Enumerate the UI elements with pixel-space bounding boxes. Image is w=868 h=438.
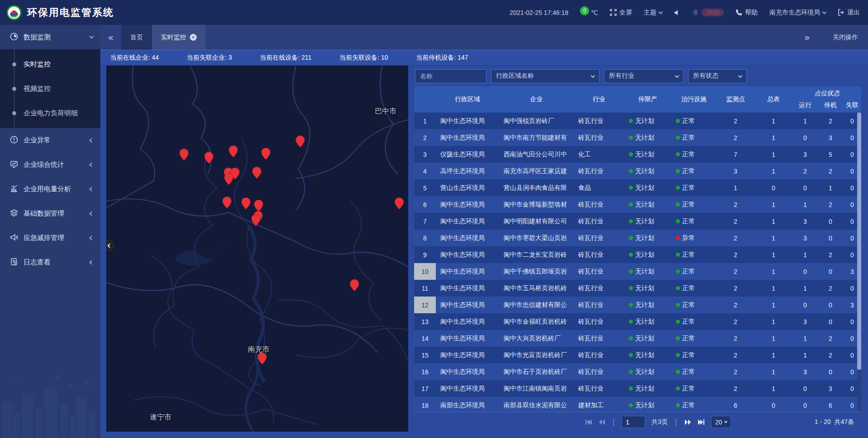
table-row[interactable]: 13阆中生态环境局阆中市金福旺页岩机砖砖瓦行业无计划正常21300 bbox=[414, 313, 861, 330]
map-marker-7[interactable] bbox=[224, 173, 234, 185]
status-dot-green bbox=[629, 186, 633, 190]
chevron-down-icon bbox=[822, 9, 827, 14]
table-row[interactable]: 6阆中生态环境局阆中市金博瑞新型墙材砖瓦行业无计划正常21120 bbox=[414, 196, 861, 213]
sidebar-subitem-0[interactable]: 实时监控 bbox=[0, 52, 100, 76]
table-row[interactable]: 15阆中生态环境局阆中市光富页岩机砖厂砖瓦行业无计划正常21120 bbox=[414, 347, 861, 363]
page-number-input[interactable] bbox=[622, 416, 645, 428]
map-marker-14[interactable] bbox=[394, 197, 404, 210]
table-row[interactable]: 8阆中生态环境局阆中市枣碧大梁山页岩砖瓦行业无计划异常21300 bbox=[414, 230, 861, 246]
content: 巴中市南充市遂宁市 行政区域名称 bbox=[100, 66, 868, 438]
cell-total-meters: 1 bbox=[755, 118, 793, 125]
cell-company: 阆中市忠信建材有限公 bbox=[499, 301, 574, 309]
table-row[interactable]: 4高坪生态环境局南充市高坪区王家店建砖瓦行业无计划正常31220 bbox=[414, 163, 861, 179]
cell-region: 阆中生态环境局 bbox=[436, 284, 499, 292]
cell-industry: 砖瓦行业 bbox=[574, 385, 624, 393]
sidebar-item-2[interactable]: 企业综合统计 bbox=[0, 152, 100, 177]
app-root: 环保用电监管系统 2021-02-25 17:46:18 0 ℃ 全屏 主题 bbox=[0, 0, 868, 438]
industry-filter-select[interactable]: 所有行业 bbox=[604, 69, 684, 83]
cell-total-meters: 1 bbox=[755, 251, 793, 259]
help-button[interactable]: 帮助 bbox=[736, 9, 758, 17]
status-dot-green bbox=[676, 203, 680, 207]
notifications[interactable]: 2632 bbox=[692, 9, 724, 16]
map-panel[interactable]: 巴中市南充市遂宁市 bbox=[106, 66, 408, 432]
table-row[interactable]: 17阆中生态环境局阆中市江南镇阆南页岩砖瓦行业无计划正常21030 bbox=[414, 380, 861, 397]
user-org-menu[interactable]: 南充市生态环境局 bbox=[769, 9, 826, 17]
close-operations-menu[interactable]: 关闭操作 bbox=[833, 33, 858, 42]
map-marker-16[interactable] bbox=[257, 352, 267, 365]
sidebar-item-label: 基础数据管理 bbox=[24, 209, 85, 218]
sidebar-item-4[interactable]: 基础数据管理 bbox=[0, 201, 100, 226]
map-marker-11[interactable] bbox=[254, 199, 264, 212]
cell-stopped: 0 bbox=[818, 368, 843, 376]
map-marker-9[interactable] bbox=[222, 196, 232, 209]
cell-total-meters: 1 bbox=[755, 151, 793, 158]
table-row[interactable]: 1阆中生态环境局阆中强锐页岩砖厂砖瓦行业无计划正常21120 bbox=[414, 113, 861, 129]
table-row[interactable]: 10阆中生态环境局阆中千佛镇五郎垭页岩砖瓦行业无计划正常21003 bbox=[414, 263, 861, 280]
sidebar-item-5[interactable]: 应急减排管理 bbox=[0, 226, 100, 250]
cell-running: 1 bbox=[793, 201, 818, 208]
table-row[interactable]: 11阆中生态环境局阆中市五马桥页岩机砖砖瓦行业无计划正常21120 bbox=[414, 280, 861, 297]
last-page-button[interactable] bbox=[698, 419, 705, 425]
cell-industry: 砖瓦行业 bbox=[574, 284, 624, 292]
table-row[interactable]: 18南部生态环境局南部县双佳水泥有限公建材加工无计划正常60060 bbox=[414, 397, 861, 412]
pagination-bar: | 共3页 | 20 1 - bbox=[414, 412, 861, 432]
tab-0[interactable]: 首页 bbox=[121, 25, 152, 50]
table-row[interactable]: 3仪陇生态环境局西南油气田分公司川中化工无计划正常71350 bbox=[414, 146, 861, 163]
table-row[interactable]: 14阆中生态环境局阆中大兴页岩机砖厂砖瓦行业无计划正常21120 bbox=[414, 330, 861, 347]
region-filter-select[interactable]: 行政区域名称 bbox=[491, 69, 599, 83]
table-row[interactable]: 2阆中生态环境局阆中市南方节能建材有砖瓦行业无计划正常21030 bbox=[414, 129, 861, 146]
cell-facility-status: 正常 bbox=[671, 318, 717, 326]
name-filter[interactable] bbox=[415, 69, 486, 83]
cell-monitor-points: 2 bbox=[717, 268, 755, 275]
sidebar-item-3[interactable]: 企业用电量分析 bbox=[0, 177, 100, 201]
chevron-left-icon bbox=[90, 235, 94, 240]
map-marker-10[interactable] bbox=[241, 197, 251, 210]
map-marker-3[interactable] bbox=[261, 147, 271, 160]
name-filter-input[interactable] bbox=[420, 72, 481, 80]
table-scrollbar[interactable] bbox=[857, 113, 861, 412]
tab-close-icon[interactable]: ✕ bbox=[190, 34, 197, 41]
logout-button[interactable]: 退出 bbox=[838, 9, 860, 17]
map-marker-1[interactable] bbox=[204, 151, 214, 164]
table-row[interactable]: 9阆中生态环境局阆中市二龙长宝页岩砖砖瓦行业无计划正常21120 bbox=[414, 246, 861, 263]
map-roads-decoration bbox=[106, 66, 408, 432]
cell-running: 3 bbox=[793, 368, 818, 376]
sidebar-item-0[interactable]: 数据监测 bbox=[0, 25, 100, 49]
mute-speaker-button[interactable] bbox=[674, 9, 680, 16]
sidebar-item-1[interactable]: 企业异常 bbox=[0, 128, 100, 152]
scrollbar-thumb[interactable] bbox=[857, 113, 861, 370]
column-subheader-1: 停机 bbox=[818, 98, 843, 113]
tab-1[interactable]: 实时监控✕ bbox=[152, 25, 206, 50]
status-dot-green bbox=[676, 269, 680, 273]
sidebar-item-6[interactable]: 日志查看 bbox=[0, 250, 100, 274]
table-row[interactable]: 7阆中生态环境局阆中明阳建材有限公司砖瓦行业无计划正常21300 bbox=[414, 213, 861, 230]
fullscreen-button[interactable]: 全屏 bbox=[610, 9, 632, 17]
prev-page-button[interactable] bbox=[599, 419, 605, 425]
map-marker-0[interactable] bbox=[179, 148, 189, 161]
table-row[interactable]: 16阆中生态环境局阆中市石子页岩机砖厂砖瓦行业无计划正常21300 bbox=[414, 363, 861, 380]
tabs-scroll-left-button[interactable]: « bbox=[100, 25, 121, 50]
next-page-button[interactable] bbox=[684, 419, 691, 425]
sidebar-subitem-1[interactable]: 视频监控 bbox=[0, 76, 100, 101]
first-page-button[interactable] bbox=[585, 419, 592, 425]
row-number: 1 bbox=[414, 113, 436, 129]
tabs-scroll-right-button[interactable]: » bbox=[797, 32, 817, 42]
map-marker-15[interactable] bbox=[349, 279, 359, 292]
theme-menu[interactable]: 主题 bbox=[644, 9, 662, 17]
table-row[interactable]: 5营山生态环境局营山县润丰肉食品有限食品无计划正常10010 bbox=[414, 179, 861, 196]
cell-total-meters: 0 bbox=[755, 402, 793, 409]
chevron-left-icon bbox=[90, 138, 94, 142]
chevron-down-icon bbox=[591, 73, 595, 78]
cell-monitor-points: 3 bbox=[717, 168, 755, 175]
map-marker-13[interactable] bbox=[251, 214, 261, 226]
page-size-select[interactable]: 20 bbox=[711, 416, 731, 428]
map-marker-8[interactable] bbox=[252, 166, 262, 179]
cell-company: 阆中市枣碧大梁山页岩 bbox=[499, 234, 574, 242]
sidebar-subitem-2[interactable]: 企业电力负荷明细 bbox=[0, 101, 100, 125]
status-filter-select[interactable]: 所有状态 bbox=[688, 69, 747, 83]
table-row[interactable]: 12阆中生态环境局阆中市忠信建材有限公砖瓦行业无计划正常21003 bbox=[414, 297, 861, 313]
map-marker-4[interactable] bbox=[295, 135, 305, 148]
status-dot-green bbox=[629, 320, 633, 324]
row-number: 12 bbox=[414, 297, 436, 313]
map-marker-2[interactable] bbox=[228, 145, 238, 158]
